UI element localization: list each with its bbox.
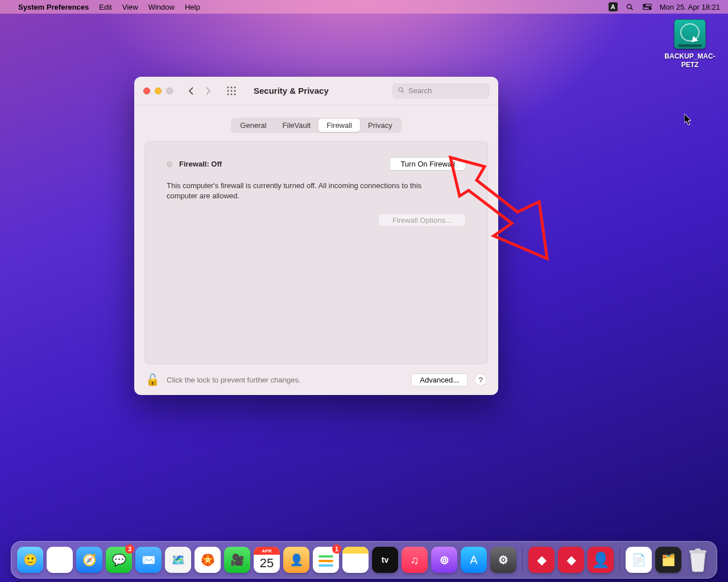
reminders-badge: 1	[332, 544, 341, 554]
svg-point-12	[228, 93, 229, 95]
dock-messages[interactable]: 💬3	[106, 547, 132, 573]
svg-marker-18	[684, 114, 691, 125]
dock-music[interactable]: ♫	[402, 547, 428, 573]
spotlight-icon[interactable]	[626, 2, 635, 11]
dock-launchpad[interactable]	[47, 547, 73, 573]
firewall-pane: Firewall: Off Turn On Firewall This comp…	[144, 141, 488, 364]
dock-tv[interactable]: tv	[372, 547, 398, 573]
system-preferences-window: Security & Privacy Search General FileVa…	[134, 77, 498, 395]
svg-point-6	[228, 86, 229, 88]
svg-point-0	[627, 4, 632, 9]
messages-badge: 3	[125, 544, 134, 554]
dock-finder[interactable]: 🙂	[17, 547, 43, 573]
dock-safari[interactable]: 🧭	[76, 547, 102, 573]
mouse-cursor	[684, 114, 693, 126]
window-title: Security & Privacy	[254, 86, 329, 95]
app-menu[interactable]: System Preferences	[18, 3, 89, 11]
dock-notes[interactable]	[342, 547, 369, 573]
search-input[interactable]: Search	[392, 84, 489, 98]
tab-bar: General FileVault Firewall Privacy	[231, 118, 401, 133]
window-close-button[interactable]	[143, 88, 150, 94]
svg-point-8	[234, 86, 236, 88]
dock-appstore[interactable]: A	[461, 547, 487, 573]
firewall-status-text: Firewall: Off	[179, 160, 222, 168]
dock-reminders[interactable]: 1	[313, 547, 339, 573]
dock-document-2[interactable]: 🗂️	[655, 547, 681, 573]
dock-facetime[interactable]: 🎥	[224, 547, 250, 573]
dock-mail[interactable]: ✉️	[135, 547, 162, 573]
back-button[interactable]	[185, 85, 197, 97]
firewall-status-led	[167, 161, 172, 167]
window-minimize-button[interactable]	[155, 88, 162, 94]
svg-point-7	[231, 86, 233, 88]
menu-window[interactable]: Window	[148, 3, 175, 11]
window-titlebar: Security & Privacy Search	[134, 77, 498, 105]
window-zoom-button	[166, 88, 173, 94]
dock-app-red-2[interactable]: ◆	[558, 547, 584, 573]
tab-firewall[interactable]: Firewall	[318, 119, 360, 132]
svg-line-1	[631, 8, 632, 10]
menu-datetime[interactable]: Mon 25. Apr 18:21	[660, 3, 720, 11]
dock-app-red-3[interactable]: 👤	[588, 547, 614, 573]
dock-separator-2	[619, 547, 620, 573]
svg-point-13	[231, 93, 233, 95]
dock-trash[interactable]	[685, 547, 711, 573]
svg-point-5	[649, 7, 651, 9]
lock-hint-text: Click the lock to prevent further change…	[167, 376, 301, 384]
turn-on-firewall-button[interactable]: Turn On Firewall	[390, 157, 466, 171]
dock-system-preferences[interactable]: ⚙︎	[490, 547, 516, 573]
dock: 🙂 🧭 💬3 ✉️ 🗺️ 🏵️ 🎥 APR 25 👤 1 tv ♫ ⊚ A ⚙︎…	[11, 541, 717, 579]
control-center-icon[interactable]	[643, 2, 652, 11]
dock-maps[interactable]: 🗺️	[165, 547, 191, 573]
time-machine-drive-icon	[674, 19, 706, 49]
menu-help[interactable]: Help	[185, 3, 200, 11]
dock-photos[interactable]: 🏵️	[195, 547, 221, 573]
firewall-description: This computer's firewall is currently tu…	[167, 181, 428, 201]
forward-button	[202, 85, 214, 97]
dock-contacts[interactable]: 👤	[283, 547, 309, 573]
tab-filevault[interactable]: FileVault	[275, 119, 319, 132]
svg-point-3	[644, 5, 646, 6]
show-all-button[interactable]	[225, 85, 238, 97]
help-button[interactable]: ?	[474, 373, 487, 386]
svg-point-14	[234, 93, 236, 95]
lock-icon[interactable]: 🔓	[146, 373, 160, 386]
svg-line-16	[402, 90, 404, 92]
dock-document-1[interactable]: 📄	[626, 547, 652, 573]
dock-podcasts[interactable]: ⊚	[431, 547, 457, 573]
dock-app-red-1[interactable]: ◆	[528, 547, 555, 573]
svg-point-11	[234, 90, 236, 92]
drive-label: BACKUP_MAC-PETZ	[664, 52, 715, 69]
search-placeholder: Search	[408, 86, 432, 95]
desktop-drive-backup[interactable]: BACKUP_MAC-PETZ	[664, 19, 715, 69]
advanced-button[interactable]: Advanced...	[411, 373, 468, 386]
menu-bar: System Preferences Edit View Window Help…	[0, 0, 728, 14]
dock-separator	[522, 547, 523, 573]
dock-calendar[interactable]: APR 25	[254, 547, 280, 573]
svg-point-10	[231, 90, 233, 92]
input-source-indicator[interactable]: A	[609, 2, 618, 11]
svg-point-9	[228, 90, 229, 92]
tab-general[interactable]: General	[232, 119, 274, 132]
menu-edit[interactable]: Edit	[99, 3, 111, 11]
svg-point-15	[399, 88, 403, 92]
search-icon	[398, 86, 405, 95]
svg-rect-20	[695, 548, 701, 551]
menu-view[interactable]: View	[122, 3, 138, 11]
tab-privacy[interactable]: Privacy	[360, 119, 400, 132]
window-footer: 🔓 Click the lock to prevent further chan…	[134, 364, 498, 395]
firewall-options-button: Firewall Options...	[378, 214, 466, 227]
